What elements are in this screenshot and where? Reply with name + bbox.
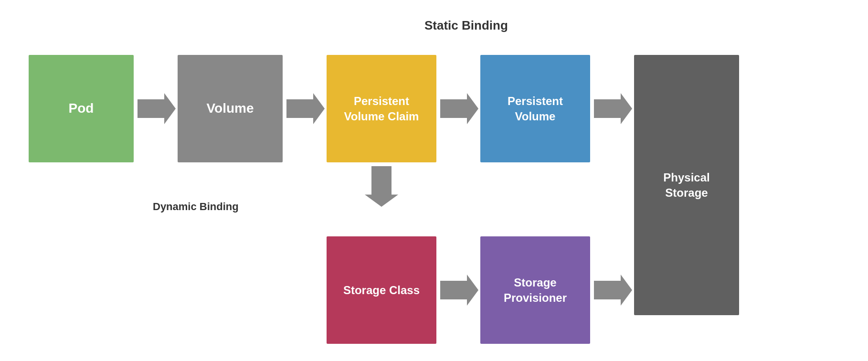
storage-class-label: Storage Class <box>343 283 420 297</box>
storage-provisioner-label: Storage Provisioner <box>504 275 567 305</box>
pvc-label: Persistent Volume Claim <box>344 94 419 123</box>
arrow-pvc-down <box>365 166 398 207</box>
arrow-sc-sp <box>440 275 478 306</box>
physical-storage-box: Physical Storage <box>634 55 739 315</box>
pv-label: Persistent Volume <box>508 94 563 123</box>
storage-provisioner-box: Storage Provisioner <box>480 236 590 344</box>
pv-box: Persistent Volume <box>480 55 590 162</box>
static-binding-title: Static Binding <box>424 18 508 33</box>
arrow-pod-volume <box>138 93 176 124</box>
volume-box: Volume <box>178 55 283 162</box>
arrow-volume-pvc <box>286 93 325 124</box>
volume-label: Volume <box>206 100 254 117</box>
physical-storage-label: Physical Storage <box>663 170 709 200</box>
arrow-sp-physical <box>594 275 632 306</box>
pod-box: Pod <box>29 55 134 162</box>
arrow-pvc-pv <box>440 93 478 124</box>
diagram-container: Static Binding Dynamic Binding Pod Volum… <box>0 0 868 361</box>
pvc-box: Persistent Volume Claim <box>327 55 436 162</box>
arrow-pv-physical <box>594 93 632 124</box>
pod-label: Pod <box>69 100 94 117</box>
dynamic-binding-title: Dynamic Binding <box>153 201 239 213</box>
storage-class-box: Storage Class <box>327 236 436 344</box>
